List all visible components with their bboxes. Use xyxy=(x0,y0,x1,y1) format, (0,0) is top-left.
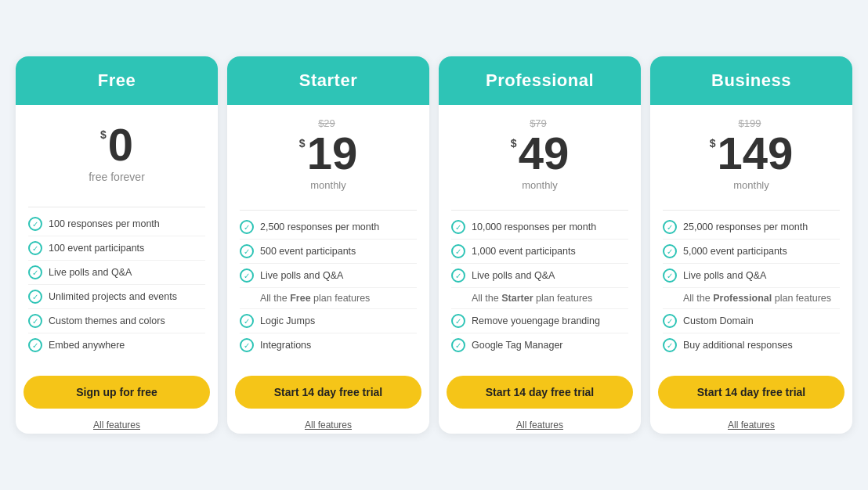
feature-text: Embed anywhere xyxy=(49,340,125,351)
price-row-starter: $ 19 xyxy=(299,131,357,176)
plan-title-professional: Professional xyxy=(486,70,594,90)
feature-item: ✓ 5,000 event participants xyxy=(663,240,840,264)
plan-body-business: $199 $ 149 monthly ✓ 25,000 responses pe… xyxy=(650,105,852,365)
check-icon: ✓ xyxy=(240,220,254,234)
feature-text: Integrations xyxy=(260,340,311,351)
feature-text: 500 event participants xyxy=(260,246,356,257)
price-section-starter: $29 $ 19 monthly xyxy=(240,117,417,191)
feature-item: ✓ Remove youengage branding xyxy=(451,309,628,333)
feature-item: ✓ Custom Domain xyxy=(663,309,840,333)
check-icon: ✓ xyxy=(240,244,254,258)
all-features-link-free[interactable]: All features xyxy=(16,413,218,434)
trial-business-button[interactable]: Start 14 day free trial xyxy=(658,376,844,409)
btn-area-professional: Start 14 day free trial xyxy=(439,365,641,413)
plan-body-professional: $79 $ 49 monthly ✓ 10,000 responses per … xyxy=(439,105,641,365)
trial-professional-button[interactable]: Start 14 day free trial xyxy=(447,376,633,409)
plan-header-professional: Professional xyxy=(439,56,641,105)
check-icon: ✓ xyxy=(663,244,677,258)
feature-text: Custom themes and colors xyxy=(49,315,165,326)
feature-text: Custom Domain xyxy=(683,315,754,326)
feature-list-starter: ✓ 2,500 responses per month ✓ 500 event … xyxy=(240,215,417,357)
feature-text: Live polls and Q&A xyxy=(683,270,766,281)
feature-text: Google Tag Manager xyxy=(472,340,563,351)
check-icon: ✓ xyxy=(28,265,42,279)
feature-text: 100 event participants xyxy=(49,243,144,254)
price-main-free: 0 xyxy=(108,122,133,168)
all-features-link-professional[interactable]: All features xyxy=(439,413,641,434)
divider-free xyxy=(28,207,205,207)
plan-header-business: Business xyxy=(650,56,852,105)
price-period-business: monthly xyxy=(733,179,769,191)
price-section-free: $ 0 free forever xyxy=(28,117,205,188)
btn-area-business: Start 14 day free trial xyxy=(650,365,852,413)
check-icon: ✓ xyxy=(240,314,254,328)
btn-area-free: Sign up for free xyxy=(16,365,218,413)
feature-text: Remove youengage branding xyxy=(472,315,600,326)
price-section-business: $199 $ 149 monthly xyxy=(663,117,840,191)
price-row-business: $ 149 xyxy=(710,131,794,176)
plan-ref-text-business: All the Professional plan features xyxy=(663,288,840,309)
divider-business xyxy=(663,210,840,211)
feature-item: ✓ Live polls and Q&A xyxy=(663,264,840,288)
feature-item: ✓ 500 event participants xyxy=(240,240,417,264)
price-period-starter: monthly xyxy=(310,179,346,191)
plan-header-free: Free xyxy=(16,56,218,105)
feature-item: ✓ Integrations xyxy=(240,333,417,357)
feature-text: 5,000 event participants xyxy=(683,246,787,257)
plan-header-starter: Starter xyxy=(227,56,429,105)
plan-ref-professional: Starter xyxy=(501,293,533,304)
feature-list-professional: ✓ 10,000 responses per month ✓ 1,000 eve… xyxy=(451,215,628,357)
check-icon: ✓ xyxy=(451,338,465,352)
price-main-business: 149 xyxy=(718,131,794,176)
trial-starter-button[interactable]: Start 14 day free trial xyxy=(235,376,421,409)
price-dollar-starter: $ xyxy=(299,137,306,150)
check-icon: ✓ xyxy=(451,220,465,234)
plan-card-starter: Starter $29 $ 19 monthly ✓ 2,500 respons… xyxy=(227,56,429,434)
feature-item: ✓ Buy additional responses xyxy=(663,333,840,357)
feature-item: ✓ Embed anywhere xyxy=(28,333,205,357)
plan-card-business: Business $199 $ 149 monthly ✓ 25,000 res… xyxy=(650,56,852,434)
check-icon: ✓ xyxy=(240,268,254,283)
check-icon: ✓ xyxy=(663,220,677,234)
feature-text: Live polls and Q&A xyxy=(472,270,555,281)
signup-free-button[interactable]: Sign up for free xyxy=(24,376,210,409)
plan-title-business: Business xyxy=(711,70,791,90)
feature-text: 10,000 responses per month xyxy=(472,222,596,232)
check-icon: ✓ xyxy=(240,338,254,352)
feature-item: ✓ 100 responses per month xyxy=(28,212,205,236)
plan-card-professional: Professional $79 $ 49 monthly ✓ 10,000 r… xyxy=(439,56,641,434)
btn-area-starter: Start 14 day free trial xyxy=(227,365,429,413)
feature-item: ✓ Live polls and Q&A xyxy=(28,261,205,285)
plan-ref-starter: Free xyxy=(290,293,310,304)
check-icon: ✓ xyxy=(28,338,42,352)
all-features-link-starter[interactable]: All features xyxy=(227,413,429,434)
plan-ref-business: Professional xyxy=(713,293,772,304)
divider-starter xyxy=(240,210,417,211)
feature-list-business: ✓ 25,000 responses per month ✓ 5,000 eve… xyxy=(663,215,840,357)
price-main-professional: 49 xyxy=(519,131,570,176)
feature-item: ✓ 10,000 responses per month xyxy=(451,215,628,240)
check-icon: ✓ xyxy=(663,268,677,283)
price-row-free: $ 0 xyxy=(100,122,133,168)
feature-item: ✓ Live polls and Q&A xyxy=(451,264,628,288)
check-icon: ✓ xyxy=(663,314,677,328)
feature-text: 2,500 responses per month xyxy=(260,222,379,232)
plan-title-starter: Starter xyxy=(299,70,357,90)
pricing-container: Free $ 0 free forever ✓ 100 responses pe… xyxy=(0,41,868,449)
feature-item: ✓ 100 event participants xyxy=(28,236,205,261)
feature-item: ✓ 2,500 responses per month xyxy=(240,215,417,240)
plan-body-starter: $29 $ 19 monthly ✓ 2,500 responses per m… xyxy=(227,105,429,365)
check-icon: ✓ xyxy=(28,217,42,231)
all-features-link-business[interactable]: All features xyxy=(650,413,852,434)
feature-text: Buy additional responses xyxy=(683,340,793,351)
plan-ref-text-starter: All the Free plan features xyxy=(240,288,417,309)
plan-card-free: Free $ 0 free forever ✓ 100 responses pe… xyxy=(16,56,218,434)
price-section-professional: $79 $ 49 monthly xyxy=(451,117,628,191)
feature-item: ✓ Live polls and Q&A xyxy=(240,264,417,288)
check-icon: ✓ xyxy=(28,314,42,328)
feature-item: ✓ 25,000 responses per month xyxy=(663,215,840,240)
plan-body-free: $ 0 free forever ✓ 100 responses per mon… xyxy=(16,105,218,365)
check-icon: ✓ xyxy=(451,314,465,328)
price-period-free: free forever xyxy=(89,171,145,183)
feature-text: Unlimited projects and events xyxy=(49,291,177,302)
